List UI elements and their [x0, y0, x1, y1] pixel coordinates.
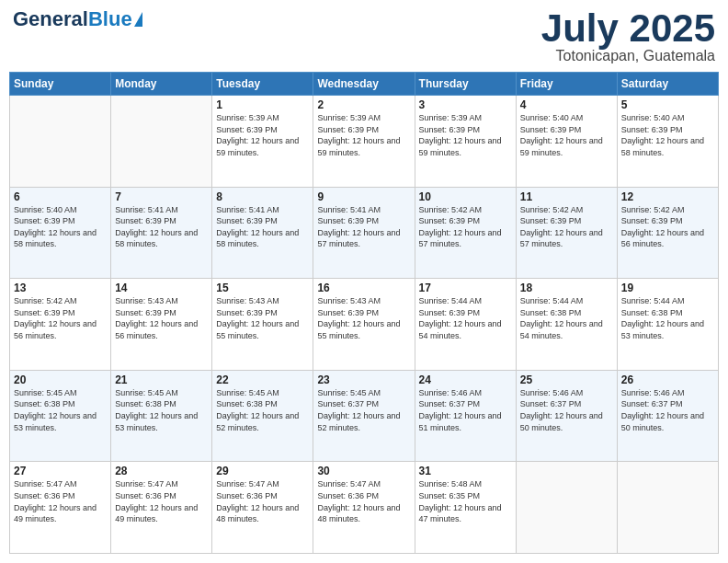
page: GeneralBlue July 2025 Totonicapan, Guate…	[0, 0, 728, 563]
calendar-cell: 11Sunrise: 5:42 AMSunset: 6:39 PMDayligh…	[516, 187, 617, 279]
day-number: 4	[520, 98, 613, 111]
day-info: Sunrise: 5:43 AMSunset: 6:39 PMDaylight:…	[115, 296, 198, 340]
calendar-cell: 30Sunrise: 5:47 AMSunset: 6:36 PMDayligh…	[313, 462, 415, 554]
day-header-friday: Friday	[516, 73, 617, 96]
logo-triangle-icon	[134, 12, 142, 27]
day-number: 26	[621, 373, 714, 386]
calendar-cell: 29Sunrise: 5:47 AMSunset: 6:36 PMDayligh…	[212, 462, 313, 554]
header-right: July 2025 Totonicapan, Guatemala	[541, 9, 715, 64]
day-number: 20	[14, 373, 107, 386]
day-info: Sunrise: 5:42 AMSunset: 6:39 PMDaylight:…	[520, 205, 603, 249]
day-info: Sunrise: 5:43 AMSunset: 6:39 PMDaylight:…	[216, 296, 299, 340]
day-header-saturday: Saturday	[617, 73, 718, 96]
calendar-week-row: 1Sunrise: 5:39 AMSunset: 6:39 PMDaylight…	[10, 96, 719, 188]
calendar-table: SundayMondayTuesdayWednesdayThursdayFrid…	[9, 72, 719, 554]
calendar-cell: 4Sunrise: 5:40 AMSunset: 6:39 PMDaylight…	[516, 96, 617, 188]
calendar-cell: 28Sunrise: 5:47 AMSunset: 6:36 PMDayligh…	[111, 462, 212, 554]
day-number: 25	[520, 373, 613, 386]
day-info: Sunrise: 5:39 AMSunset: 6:39 PMDaylight:…	[216, 113, 299, 157]
day-info: Sunrise: 5:46 AMSunset: 6:37 PMDaylight:…	[621, 388, 704, 432]
day-number: 21	[115, 373, 208, 386]
day-number: 2	[317, 98, 410, 111]
day-number: 9	[317, 190, 410, 203]
day-number: 23	[317, 373, 410, 386]
day-number: 17	[419, 282, 512, 294]
day-info: Sunrise: 5:39 AMSunset: 6:39 PMDaylight:…	[317, 113, 400, 157]
calendar-week-row: 6Sunrise: 5:40 AMSunset: 6:39 PMDaylight…	[10, 187, 719, 279]
calendar-cell: 12Sunrise: 5:42 AMSunset: 6:39 PMDayligh…	[617, 187, 718, 279]
calendar-week-row: 13Sunrise: 5:42 AMSunset: 6:39 PMDayligh…	[10, 279, 719, 371]
calendar-cell	[111, 96, 212, 188]
day-number: 15	[216, 282, 309, 294]
calendar-cell: 2Sunrise: 5:39 AMSunset: 6:39 PMDaylight…	[313, 96, 415, 188]
calendar-cell: 1Sunrise: 5:39 AMSunset: 6:39 PMDaylight…	[212, 96, 313, 188]
calendar-cell: 27Sunrise: 5:47 AMSunset: 6:36 PMDayligh…	[10, 462, 111, 554]
day-number: 6	[14, 190, 107, 203]
location-title: Totonicapan, Guatemala	[541, 48, 715, 64]
calendar-cell: 19Sunrise: 5:44 AMSunset: 6:38 PMDayligh…	[617, 279, 718, 371]
day-header-tuesday: Tuesday	[212, 73, 313, 96]
day-number: 10	[419, 190, 512, 203]
day-info: Sunrise: 5:45 AMSunset: 6:37 PMDaylight:…	[317, 388, 400, 432]
day-number: 12	[621, 190, 714, 203]
day-info: Sunrise: 5:44 AMSunset: 6:38 PMDaylight:…	[520, 296, 603, 340]
calendar-cell: 6Sunrise: 5:40 AMSunset: 6:39 PMDaylight…	[10, 187, 111, 279]
day-info: Sunrise: 5:46 AMSunset: 6:37 PMDaylight:…	[419, 388, 502, 432]
day-info: Sunrise: 5:40 AMSunset: 6:39 PMDaylight:…	[14, 205, 97, 249]
calendar-cell: 14Sunrise: 5:43 AMSunset: 6:39 PMDayligh…	[111, 279, 212, 371]
day-number: 24	[419, 373, 512, 386]
day-number: 28	[115, 465, 208, 477]
calendar-cell: 3Sunrise: 5:39 AMSunset: 6:39 PMDaylight…	[415, 96, 516, 188]
day-info: Sunrise: 5:40 AMSunset: 6:39 PMDaylight:…	[621, 113, 704, 157]
calendar-cell: 17Sunrise: 5:44 AMSunset: 6:39 PMDayligh…	[415, 279, 516, 371]
day-number: 22	[216, 373, 309, 386]
calendar-cell: 8Sunrise: 5:41 AMSunset: 6:39 PMDaylight…	[212, 187, 313, 279]
day-number: 13	[14, 282, 107, 294]
day-info: Sunrise: 5:45 AMSunset: 6:38 PMDaylight:…	[14, 388, 97, 432]
day-info: Sunrise: 5:41 AMSunset: 6:39 PMDaylight:…	[115, 205, 198, 249]
day-info: Sunrise: 5:43 AMSunset: 6:39 PMDaylight:…	[317, 296, 400, 340]
calendar-week-row: 27Sunrise: 5:47 AMSunset: 6:36 PMDayligh…	[10, 462, 719, 554]
day-header-sunday: Sunday	[10, 73, 111, 96]
day-number: 1	[216, 98, 309, 111]
calendar-cell: 10Sunrise: 5:42 AMSunset: 6:39 PMDayligh…	[415, 187, 516, 279]
day-info: Sunrise: 5:42 AMSunset: 6:39 PMDaylight:…	[621, 205, 704, 249]
day-number: 19	[621, 282, 714, 294]
day-number: 29	[216, 465, 309, 477]
month-title: July 2025	[541, 9, 715, 48]
day-info: Sunrise: 5:47 AMSunset: 6:36 PMDaylight:…	[115, 479, 198, 523]
day-info: Sunrise: 5:41 AMSunset: 6:39 PMDaylight:…	[216, 205, 299, 249]
day-info: Sunrise: 5:44 AMSunset: 6:39 PMDaylight:…	[419, 296, 502, 340]
day-info: Sunrise: 5:47 AMSunset: 6:36 PMDaylight:…	[216, 479, 299, 523]
day-info: Sunrise: 5:39 AMSunset: 6:39 PMDaylight:…	[419, 113, 502, 157]
day-number: 18	[520, 282, 613, 294]
header: GeneralBlue July 2025 Totonicapan, Guate…	[9, 9, 719, 64]
calendar-cell: 25Sunrise: 5:46 AMSunset: 6:37 PMDayligh…	[516, 370, 617, 462]
calendar-cell	[516, 462, 617, 554]
day-number: 30	[317, 465, 410, 477]
day-number: 5	[621, 98, 714, 111]
day-info: Sunrise: 5:46 AMSunset: 6:37 PMDaylight:…	[520, 388, 603, 432]
calendar-cell: 24Sunrise: 5:46 AMSunset: 6:37 PMDayligh…	[415, 370, 516, 462]
calendar-cell	[10, 96, 111, 188]
calendar-cell: 31Sunrise: 5:48 AMSunset: 6:35 PMDayligh…	[415, 462, 516, 554]
day-header-wednesday: Wednesday	[313, 73, 415, 96]
calendar-cell: 18Sunrise: 5:44 AMSunset: 6:38 PMDayligh…	[516, 279, 617, 371]
day-number: 27	[14, 465, 107, 477]
day-info: Sunrise: 5:47 AMSunset: 6:36 PMDaylight:…	[317, 479, 400, 523]
day-info: Sunrise: 5:45 AMSunset: 6:38 PMDaylight:…	[216, 388, 299, 432]
logo: GeneralBlue	[13, 9, 142, 29]
calendar-cell: 7Sunrise: 5:41 AMSunset: 6:39 PMDaylight…	[111, 187, 212, 279]
calendar-cell: 9Sunrise: 5:41 AMSunset: 6:39 PMDaylight…	[313, 187, 415, 279]
logo-text: GeneralBlue	[13, 9, 132, 29]
calendar-cell: 22Sunrise: 5:45 AMSunset: 6:38 PMDayligh…	[212, 370, 313, 462]
day-number: 11	[520, 190, 613, 203]
day-info: Sunrise: 5:42 AMSunset: 6:39 PMDaylight:…	[14, 296, 97, 340]
calendar-cell	[617, 462, 718, 554]
day-header-thursday: Thursday	[415, 73, 516, 96]
day-number: 7	[115, 190, 208, 203]
day-number: 14	[115, 282, 208, 294]
day-info: Sunrise: 5:42 AMSunset: 6:39 PMDaylight:…	[419, 205, 502, 249]
calendar-cell: 21Sunrise: 5:45 AMSunset: 6:38 PMDayligh…	[111, 370, 212, 462]
calendar-cell: 5Sunrise: 5:40 AMSunset: 6:39 PMDaylight…	[617, 96, 718, 188]
